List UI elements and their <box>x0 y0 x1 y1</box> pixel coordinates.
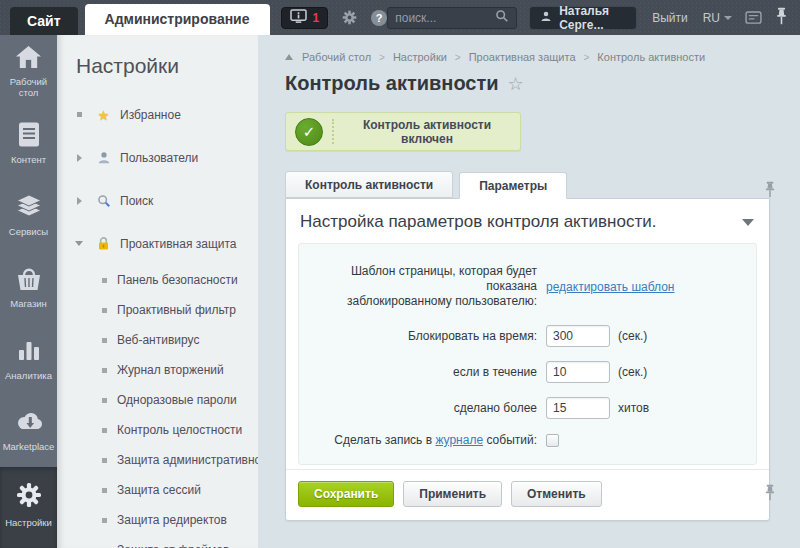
rail-item-settings[interactable]: Настройки <box>0 467 57 548</box>
sidebar-subitem-security-panel[interactable]: Панель безопасности <box>57 265 258 295</box>
user-menu-button[interactable]: Наталья Серге... <box>529 6 637 30</box>
breadcrumb-item-proactive-protection[interactable]: Проактивная защита <box>469 51 576 63</box>
gear-icon <box>14 480 44 513</box>
collapse-arrow-icon[interactable] <box>742 219 754 226</box>
search-box[interactable] <box>387 7 517 29</box>
form-box: Шаблон страницы, которая будет показана … <box>298 243 757 465</box>
rail-item-content[interactable]: Контент <box>0 107 57 179</box>
log-event-checkbox[interactable] <box>546 434 559 447</box>
rail-item-services[interactable]: Сервисы <box>0 179 57 251</box>
breadcrumb-item-activity-control[interactable]: Контроль активности <box>597 51 705 63</box>
cancel-button[interactable]: Отменить <box>511 481 602 507</box>
home-icon <box>14 44 43 73</box>
basket-icon <box>15 265 43 295</box>
breadcrumb: Рабочий стол > Настройки > Проактивная з… <box>285 51 770 63</box>
rail-item-label: Marketplace <box>3 442 55 453</box>
sidebar-subitem-proactive-filter[interactable]: Проактивный фильтр <box>57 295 258 325</box>
interval-label: если в течение <box>299 365 537 380</box>
sidebar-subitem-admin-protection[interactable]: Защита административного ра <box>57 445 258 475</box>
tab-activity-control[interactable]: Контроль активности <box>285 171 453 198</box>
breadcrumb-separator: > <box>455 52 461 63</box>
document-icon <box>17 121 41 151</box>
check-circle-icon: ✓ <box>295 118 323 146</box>
sidebar-subitem-frame-protection[interactable]: Защита от фреймов <box>57 535 258 548</box>
edit-template-link[interactable]: редактировать шаблон <box>546 280 675 294</box>
bullet-icon <box>102 278 107 283</box>
event-log-link[interactable]: журнале <box>435 433 483 447</box>
user-icon <box>540 10 552 26</box>
cloud-download-icon <box>14 410 44 437</box>
user-name-label: Наталья Серге... <box>559 4 626 32</box>
sidebar-item-favorites[interactable]: ★ Избранное <box>57 93 258 136</box>
tabs-pin-icon[interactable] <box>764 181 776 201</box>
rail-item-marketplace[interactable]: Marketplace <box>0 395 57 467</box>
tab-administration[interactable]: Администрирование <box>85 4 270 35</box>
rail-item-label: Аналитика <box>5 371 52 382</box>
topbar-pin-icon[interactable] <box>775 7 788 28</box>
save-button[interactable]: Сохранить <box>298 481 394 507</box>
notifications-button[interactable]: 1 <box>281 7 329 29</box>
sidebar-subitem-label: Защита редиректов <box>117 513 227 527</box>
breadcrumb-item-settings[interactable]: Настройки <box>393 51 447 63</box>
block-time-label: Блокировать на время: <box>299 329 537 344</box>
sidebar-item-search[interactable]: Поиск <box>57 179 258 222</box>
hits-label: сделано более <box>299 401 537 416</box>
sidebar-subitem-label: Проактивный фильтр <box>117 303 236 317</box>
template-label: Шаблон страницы, которая будет показана … <box>299 264 537 309</box>
rail-item-shop[interactable]: Магазин <box>0 251 57 323</box>
rail-item-label: Контент <box>11 155 46 166</box>
hotkeys-monitor-button[interactable] <box>745 11 762 24</box>
sidebar-subitem-label: Защита сессий <box>117 483 201 497</box>
sidebar-item-users[interactable]: Пользователи <box>57 136 258 179</box>
favorite-star-icon[interactable]: ☆ <box>508 75 524 93</box>
settings-sidebar: Настройки ★ Избранное Пользователи Поиск… <box>57 35 258 548</box>
sidebar-item-label: Пользователи <box>120 151 198 165</box>
language-selector[interactable]: RU <box>703 11 732 25</box>
breadcrumb-separator: > <box>584 52 590 63</box>
status-banner-text: Контроль активности включен <box>334 118 520 146</box>
tab-parameters[interactable]: Параметры <box>459 172 567 199</box>
search-icon[interactable] <box>495 9 509 26</box>
tab-site[interactable]: Сайт <box>10 7 78 35</box>
rail-item-analytics[interactable]: Аналитика <box>0 323 57 395</box>
sidebar-subitem-one-time-passwords[interactable]: Одноразовые пароли <box>57 385 258 415</box>
sidebar-subitem-web-antivirus[interactable]: Веб-антивирус <box>57 325 258 355</box>
logout-button[interactable]: Выйти <box>652 11 688 25</box>
bullet-icon <box>102 488 107 493</box>
main-content: Рабочий стол > Настройки > Проактивная з… <box>258 35 800 548</box>
topbar: Сайт Администрирование 1 ? Наталья Серге… <box>0 0 800 35</box>
search-input[interactable] <box>395 11 495 25</box>
bullet-icon <box>102 308 107 313</box>
template-label-line1: Шаблон страницы, которая будет показана <box>351 264 537 293</box>
block-time-input[interactable] <box>546 325 610 347</box>
rail-item-label: Магазин <box>10 299 47 310</box>
sidebar-subitem-label: Журнал вторжений <box>117 363 224 377</box>
sidebar-subitem-integrity-control[interactable]: Контроль целостности <box>57 415 258 445</box>
rail-item-desktop[interactable]: Рабочий стол <box>0 35 57 107</box>
hits-unit: хитов <box>618 401 649 415</box>
form-pin-icon[interactable] <box>764 484 776 504</box>
sidebar-subitem-session-protection[interactable]: Защита сессий <box>57 475 258 505</box>
module-rail: Рабочий стол Контент Сервисы Магазин Ана… <box>0 35 57 548</box>
sidebar-subitem-redirect-protection[interactable]: Защита редиректов <box>57 505 258 535</box>
sidebar-item-label: Проактивная защита <box>120 237 237 251</box>
search-icon <box>95 194 112 208</box>
bullet-icon <box>102 398 107 403</box>
sidebar-subitem-intrusion-log[interactable]: Журнал вторжений <box>57 355 258 385</box>
sidebar-subitem-label: Контроль целостности <box>117 423 242 437</box>
breadcrumb-item-desktop[interactable]: Рабочий стол <box>302 51 371 63</box>
chevron-right-icon <box>77 197 82 205</box>
sidebar-item-proactive-protection[interactable]: Проактивная защита <box>57 222 258 265</box>
hits-input[interactable] <box>546 397 610 419</box>
interval-input[interactable] <box>546 361 610 383</box>
help-button[interactable]: ? <box>371 10 387 26</box>
notification-count-badge: 1 <box>313 11 320 25</box>
chevron-down-icon <box>75 241 83 246</box>
desktop-triangle-icon <box>285 54 293 60</box>
bullet-icon <box>102 458 107 463</box>
rail-item-label: Рабочий стол <box>0 77 57 98</box>
block-time-unit: (сек.) <box>618 329 647 343</box>
sidebar-subitem-label: Защита от фреймов <box>117 543 229 548</box>
apply-button[interactable]: Применить <box>403 481 502 507</box>
settings-gear-button[interactable] <box>341 9 358 26</box>
